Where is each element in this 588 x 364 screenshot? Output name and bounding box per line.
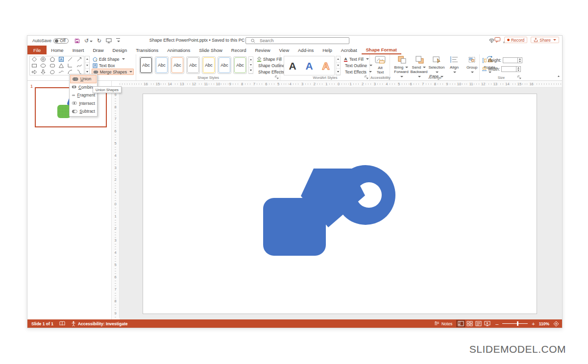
accessibility-checker[interactable]: Accessibility: Investigate bbox=[71, 321, 128, 327]
styles-scroll-up-icon[interactable] bbox=[249, 57, 253, 62]
wordart-scroll-down-icon[interactable] bbox=[336, 63, 340, 69]
zoom-in-button[interactable]: + bbox=[532, 321, 535, 327]
tab-design[interactable]: Design bbox=[108, 46, 132, 54]
elbow-connector-icon[interactable] bbox=[66, 63, 74, 69]
shape-style-2[interactable]: Abc bbox=[155, 56, 169, 74]
tab-file[interactable]: File bbox=[27, 46, 47, 54]
tab-add-ins[interactable]: Add-ins bbox=[294, 46, 318, 54]
tab-record[interactable]: Record bbox=[227, 46, 251, 54]
text-box-shape-icon[interactable]: A bbox=[57, 56, 66, 63]
slide-sorter-icon[interactable] bbox=[465, 320, 474, 327]
slide[interactable] bbox=[143, 94, 537, 314]
rectangle-shape-icon[interactable] bbox=[30, 63, 39, 69]
undo-button[interactable]: ↺ bbox=[84, 38, 93, 44]
record-button[interactable]: Record bbox=[504, 37, 527, 43]
tab-draw[interactable]: Draw bbox=[88, 46, 108, 54]
notes-button[interactable]: Notes bbox=[434, 321, 452, 326]
tab-acrobat[interactable]: Acrobat bbox=[337, 46, 362, 54]
tab-review[interactable]: Review bbox=[250, 46, 274, 54]
height-down-icon[interactable] bbox=[518, 60, 522, 63]
zoom-slider-thumb[interactable] bbox=[517, 321, 518, 326]
zoom-slider[interactable] bbox=[502, 321, 528, 326]
scribble-shape-icon[interactable] bbox=[57, 69, 66, 75]
tab-view[interactable]: View bbox=[275, 46, 294, 54]
gallery-scroll-up-icon[interactable] bbox=[85, 56, 89, 63]
slide-show-icon[interactable] bbox=[483, 320, 491, 327]
arrow-down-shape-icon[interactable] bbox=[39, 69, 48, 75]
wordart-dialog-launcher-icon[interactable] bbox=[365, 75, 368, 79]
pentagon-shape-icon[interactable] bbox=[48, 56, 57, 63]
text-box-button[interactable]: A Text Box bbox=[92, 62, 134, 69]
wordart-style-orange[interactable]: A bbox=[322, 61, 329, 71]
spellcheck-book-icon[interactable] bbox=[59, 321, 65, 326]
redo-button[interactable]: ↻ bbox=[97, 38, 101, 44]
shape-style-7[interactable]: Abc bbox=[233, 56, 247, 74]
normal-view-icon[interactable] bbox=[456, 320, 465, 327]
oval-shape-icon[interactable] bbox=[39, 63, 48, 69]
rounded-rectangle-shape-icon[interactable] bbox=[48, 63, 57, 69]
tab-home[interactable]: Home bbox=[47, 46, 68, 54]
tab-animations[interactable]: Animations bbox=[163, 46, 195, 54]
styles-scroll-down-icon[interactable] bbox=[249, 62, 253, 68]
diamond-shape-icon[interactable] bbox=[30, 56, 39, 63]
share-button[interactable]: Share bbox=[531, 37, 559, 43]
wordart-scrollbar[interactable] bbox=[336, 56, 341, 75]
tab-insert[interactable]: Insert bbox=[68, 46, 89, 54]
shape-styles-dialog-launcher-icon[interactable] bbox=[275, 75, 279, 79]
customize-quick-access-icon[interactable] bbox=[116, 38, 120, 44]
freeform-shape-icon[interactable] bbox=[48, 69, 57, 75]
save-icon[interactable] bbox=[74, 38, 80, 44]
menu-item-intersect[interactable]: Intersect bbox=[70, 99, 97, 108]
shape-style-4[interactable]: Abc bbox=[186, 56, 200, 74]
styles-more-icon[interactable] bbox=[249, 68, 253, 73]
comments-icon[interactable] bbox=[494, 37, 501, 43]
height-input[interactable] bbox=[503, 57, 522, 63]
fit-slide-to-window-icon[interactable] bbox=[553, 321, 559, 327]
width-down-icon[interactable] bbox=[516, 69, 520, 72]
shape-styles-scrollbar[interactable] bbox=[248, 56, 253, 74]
text-outline-button[interactable]: A Text Outline bbox=[343, 62, 370, 69]
merged-blue-shape[interactable] bbox=[263, 164, 400, 260]
hruler-tick: 14 bbox=[504, 82, 510, 86]
text-effects-button[interactable]: A Text Effects bbox=[343, 69, 370, 75]
text-fill-button[interactable]: A Text Fill bbox=[343, 56, 370, 62]
wordart-more-icon[interactable] bbox=[336, 69, 340, 75]
shape-gallery-scrollbar[interactable] bbox=[85, 56, 90, 75]
wordart-style-blue[interactable]: A bbox=[305, 61, 313, 71]
tab-help[interactable]: Help bbox=[318, 46, 337, 54]
merge-shapes-button[interactable]: Merge Shapes bbox=[92, 69, 134, 75]
hruler-tick: 11 bbox=[468, 82, 474, 86]
width-input[interactable] bbox=[501, 66, 521, 72]
triangle-shape-icon[interactable] bbox=[57, 63, 66, 69]
line-shape-icon[interactable] bbox=[66, 56, 74, 63]
menu-item-union[interactable]: Union bbox=[70, 75, 97, 83]
alt-text-button[interactable]: AltText bbox=[372, 56, 389, 74]
autosave-toggle[interactable]: AutoSave Off bbox=[32, 38, 69, 44]
arrow-right-shape-icon[interactable] bbox=[30, 69, 39, 75]
arrow-line-shape-icon[interactable] bbox=[75, 56, 84, 63]
tab-slide-show[interactable]: Slide Show bbox=[195, 46, 227, 54]
wordart-style-black[interactable]: A bbox=[289, 61, 296, 71]
shape-style-5[interactable]: Abc bbox=[202, 56, 216, 74]
reading-view-icon[interactable] bbox=[474, 320, 483, 327]
start-slideshow-icon[interactable] bbox=[106, 38, 112, 44]
search-box[interactable] bbox=[245, 37, 349, 44]
tab-shape-format[interactable]: Shape Format bbox=[362, 46, 401, 54]
size-dialog-launcher-icon[interactable] bbox=[517, 75, 521, 79]
menu-item-subtract[interactable]: Subtract bbox=[70, 107, 97, 116]
hruler-tick: 2 bbox=[313, 82, 317, 86]
shape-style-1[interactable]: Abc bbox=[139, 56, 153, 74]
collapse-ribbon-icon[interactable] bbox=[558, 70, 560, 79]
edit-shape-button[interactable]: Edit Shape bbox=[92, 56, 134, 62]
donut-shape-icon[interactable] bbox=[39, 56, 48, 63]
gallery-scroll-down-icon[interactable] bbox=[85, 63, 89, 69]
tab-transitions[interactable]: Transitions bbox=[131, 46, 163, 54]
designer-icon[interactable] bbox=[489, 38, 494, 44]
zoom-out-button[interactable]: – bbox=[495, 321, 498, 327]
wordart-scroll-up-icon[interactable] bbox=[336, 56, 340, 63]
shape-style-6[interactable]: Abc bbox=[218, 56, 231, 74]
zoom-level[interactable]: 110% bbox=[539, 321, 549, 326]
search-input[interactable] bbox=[259, 38, 332, 44]
freeform-curve-icon[interactable] bbox=[75, 63, 84, 69]
shape-style-3[interactable]: Abc bbox=[171, 56, 184, 74]
